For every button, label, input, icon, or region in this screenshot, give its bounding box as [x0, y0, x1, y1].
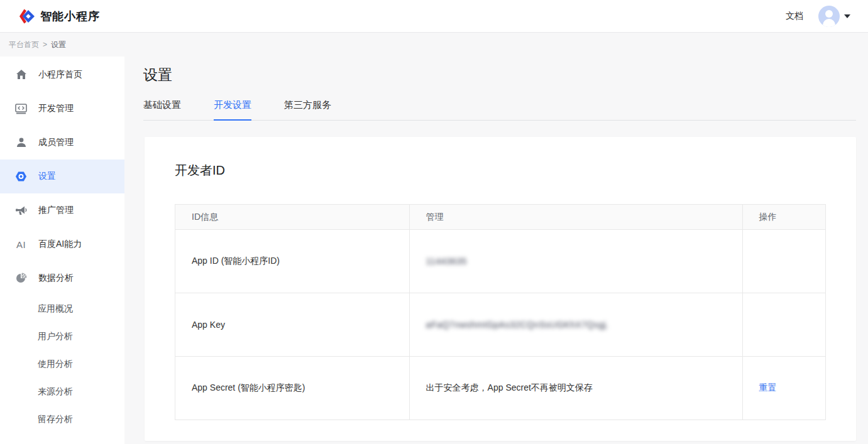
breadcrumb-current: 设置	[51, 40, 66, 50]
sidebar-item-label: 开发管理	[38, 103, 74, 114]
sidebar-item-label: 成员管理	[38, 137, 74, 148]
sidebar-item-baidu-ai[interactable]: AI 百度AI能力	[0, 227, 124, 261]
sidebar: 小程序首页 开发管理 成员管理 设置	[0, 57, 124, 444]
account-menu[interactable]	[818, 6, 850, 27]
app-logo-icon	[18, 8, 35, 24]
card-heading: 开发者ID	[175, 162, 826, 179]
sidebar-item-label: 百度AI能力	[38, 239, 82, 250]
pie-chart-icon	[15, 273, 27, 284]
main-content: 设置 基础设置 开发设置 第三方服务 开发者ID ID信息 管理 操作	[124, 57, 868, 444]
docs-link[interactable]: 文档	[786, 11, 803, 22]
app-key-action-cell	[742, 293, 825, 357]
settings-icon	[15, 171, 27, 183]
app-key-label: App Key	[175, 293, 410, 357]
home-icon	[15, 69, 27, 81]
sidebar-item-label: 小程序首页	[38, 69, 82, 80]
ai-icon: AI	[15, 239, 27, 251]
code-icon	[15, 103, 27, 115]
sidebar-item-members[interactable]: 成员管理	[0, 126, 124, 160]
table-row-app-secret: App Secret (智能小程序密匙) 出于安全考虑，App Secret不再…	[175, 357, 826, 420]
app-id-label: App ID (智能小程序ID)	[175, 230, 410, 293]
sidebar-item-data-analysis[interactable]: 数据分析	[0, 261, 124, 295]
table-row-app-id: App ID (智能小程序ID) 11443635	[175, 230, 826, 293]
column-header-management: 管理	[409, 205, 742, 230]
settings-tabs: 基础设置 开发设置 第三方服务	[143, 99, 856, 121]
app-secret-label: App Secret (智能小程序密匙)	[175, 357, 410, 420]
column-header-id-info: ID信息	[175, 205, 410, 230]
column-header-action: 操作	[742, 205, 825, 230]
megaphone-icon	[15, 205, 27, 217]
sidebar-item-settings[interactable]: 设置	[0, 160, 124, 193]
breadcrumb: 平台首页 > 设置	[0, 33, 868, 57]
app-id-action-cell	[742, 230, 825, 293]
reset-app-secret-link[interactable]: 重置	[759, 382, 777, 393]
sidebar-subitem-app-overview[interactable]: 应用概况	[0, 295, 124, 323]
tab-third-party[interactable]: 第三方服务	[284, 99, 331, 121]
sidebar-item-home[interactable]: 小程序首页	[0, 58, 124, 92]
sidebar-item-label: 推广管理	[38, 205, 74, 216]
member-icon	[15, 137, 27, 149]
table-header-row: ID信息 管理 操作	[175, 205, 826, 230]
tab-basic-settings[interactable]: 基础设置	[143, 99, 181, 121]
brand: 智能小程序	[18, 8, 100, 24]
sidebar-item-dev-management[interactable]: 开发管理	[0, 92, 124, 126]
sidebar-subitem-source-analysis[interactable]: 来源分析	[0, 378, 124, 406]
sidebar-item-label: 数据分析	[38, 273, 74, 284]
sidebar-subitem-user-analysis[interactable]: 用户分析	[0, 323, 124, 350]
sidebar-item-label: 设置	[38, 171, 56, 182]
breadcrumb-separator: >	[43, 40, 47, 49]
tab-dev-settings[interactable]: 开发设置	[214, 99, 251, 121]
sidebar-subitem-retention-analysis[interactable]: 留存分析	[0, 406, 124, 433]
sidebar-subitem-usage-analysis[interactable]: 使用分析	[0, 350, 124, 378]
brand-title: 智能小程序	[40, 9, 100, 24]
breadcrumb-home[interactable]: 平台首页	[9, 40, 39, 50]
developer-id-table: ID信息 管理 操作 App ID (智能小程序ID) 11443635 App…	[175, 204, 826, 420]
sidebar-item-promotion[interactable]: 推广管理	[0, 193, 124, 227]
top-header: 智能小程序 文档	[0, 0, 868, 33]
chevron-down-icon[interactable]	[844, 14, 850, 18]
table-row-app-key: App Key aFaQ7nwshmtGpAs32CQnSsUGKhX7Qsgj…	[175, 293, 826, 357]
page-title: 设置	[143, 65, 868, 85]
app-id-value-redacted: 11443635	[426, 256, 467, 266]
app-secret-note: 出于安全考虑，App Secret不再被明文保存	[409, 357, 742, 420]
avatar[interactable]	[818, 6, 840, 27]
app-key-value-redacted: aFaQ7nwshmtGpAs32CQnSsUGKhX7Qsgj.	[426, 320, 609, 330]
developer-id-card: 开发者ID ID信息 管理 操作 App ID (智能小程序ID) 114436…	[145, 137, 856, 441]
